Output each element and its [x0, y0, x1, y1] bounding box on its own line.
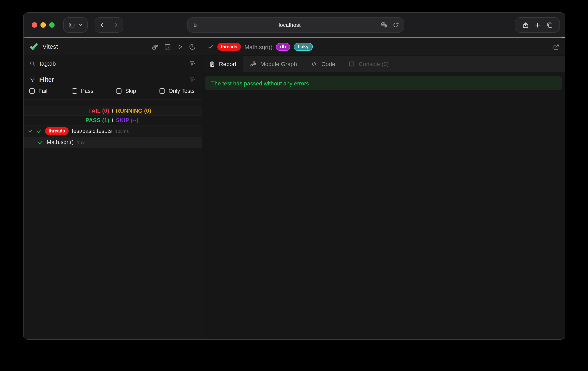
sidebar: Vitest: [23, 38, 202, 339]
url-text: localhost: [279, 22, 301, 28]
navigation-buttons: [95, 17, 123, 33]
test-summary: FAIL (0) / RUNNING (0) PASS (1) / SKIP (…: [23, 106, 202, 125]
forward-button[interactable]: [109, 22, 123, 28]
summary-running: RUNNING (0): [116, 108, 202, 114]
clear-search-filter-icon[interactable]: [189, 60, 196, 67]
tag-badge-db: db: [276, 43, 290, 51]
pool-badge: threads: [45, 127, 69, 135]
tree-row-test-file[interactable]: threads test/basic.test.ts 103ms: [23, 125, 202, 137]
checkbox-only-tests-box[interactable]: [159, 88, 165, 94]
sidebar-actions: [152, 43, 196, 50]
pool-badge: threads: [217, 43, 241, 50]
translate-icon[interactable]: [381, 21, 388, 29]
address-bar[interactable]: localhost: [187, 17, 404, 33]
run-all-icon[interactable]: [177, 43, 183, 50]
sidebar-toggle-button[interactable]: [63, 17, 88, 33]
filter-icon: [29, 77, 36, 83]
tab-overview-icon[interactable]: [546, 22, 553, 28]
back-button[interactable]: [95, 22, 109, 28]
test-case-duration: 1ms: [77, 140, 86, 145]
tab-code[interactable]: Code: [304, 56, 342, 72]
chevron-down-icon[interactable]: [28, 129, 33, 133]
test-tree: threads test/basic.test.ts 103ms Math.sq…: [23, 125, 202, 339]
summary-separator: /: [109, 117, 116, 123]
zoom-window-button[interactable]: [49, 22, 54, 28]
pass-check-icon: [38, 139, 43, 145]
report-content-area: [202, 90, 565, 339]
checkbox-only-tests[interactable]: Only Tests: [159, 88, 196, 94]
checkbox-pass[interactable]: Pass: [72, 88, 116, 94]
sidebar-toggle-icon: [68, 21, 75, 29]
dashboard-icon[interactable]: [164, 43, 171, 50]
clear-filter-icon[interactable]: [189, 76, 196, 83]
app-title: Vitest: [42, 43, 58, 50]
summary-pass: PASS (1): [23, 117, 109, 123]
titlebar-right-buttons: [515, 17, 560, 33]
new-tab-icon[interactable]: [534, 22, 541, 28]
tag-badge-flaky: flaky: [294, 43, 313, 51]
search-row: [23, 55, 202, 72]
test-detail-title: Math.sqrt(): [245, 43, 273, 50]
browser-window: localhost: [23, 12, 565, 340]
vitest-ui: Vitest: [23, 38, 565, 339]
close-window-button[interactable]: [32, 22, 37, 28]
filter-checkboxes: Fail Pass Skip Only Tests: [29, 88, 196, 94]
summary-row-fail-running: FAIL (0) / RUNNING (0): [23, 106, 202, 116]
tab-console[interactable]: Console (0): [342, 56, 395, 72]
open-external-icon[interactable]: [553, 43, 559, 50]
filter-block: Filter Fail: [23, 72, 202, 100]
detail-tabs: Report Module Graph Code: [202, 55, 565, 72]
report-icon: [209, 60, 215, 67]
traffic-lights: [32, 22, 54, 28]
test-file-name: test/basic.test.ts: [72, 128, 112, 134]
summary-separator: /: [109, 108, 116, 114]
summary-skip: SKIP (--): [116, 117, 202, 123]
checkbox-skip-box[interactable]: [116, 88, 122, 94]
filter-title: Filter: [39, 76, 54, 83]
minimize-window-button[interactable]: [41, 22, 46, 28]
reader-icon[interactable]: [193, 22, 199, 28]
checkbox-fail-box[interactable]: [29, 88, 35, 94]
pass-check-icon: [207, 44, 214, 50]
test-case-name: Math.sqrt(): [47, 139, 74, 145]
test-detail-header: threads Math.sqrt() db flaky: [202, 38, 565, 55]
main-panel: threads Math.sqrt() db flaky: [202, 38, 565, 339]
test-file-duration: 103ms: [115, 129, 129, 133]
filter-header: Filter: [29, 76, 196, 83]
checkbox-fail[interactable]: Fail: [29, 88, 72, 94]
browser-titlebar: localhost: [23, 13, 565, 37]
dark-mode-icon[interactable]: [189, 43, 196, 50]
pass-banner-text: The test has passed without any errors: [211, 80, 309, 86]
tab-module-graph[interactable]: Module Graph: [243, 56, 304, 72]
screen: localhost: [0, 0, 588, 371]
checkbox-pass-box[interactable]: [72, 88, 77, 94]
share-icon[interactable]: [522, 22, 529, 28]
pass-check-icon: [36, 128, 42, 134]
console-icon: [348, 60, 355, 67]
tree-row-test-case[interactable]: Math.sqrt() 1ms: [23, 137, 202, 148]
search-input[interactable]: [40, 60, 185, 67]
collapse-panels-icon[interactable]: [152, 43, 159, 50]
search-icon: [29, 60, 36, 67]
chevron-down-icon: [78, 23, 83, 27]
tab-report[interactable]: Report: [202, 56, 243, 72]
vitest-logo-icon: [29, 42, 38, 51]
checkbox-skip[interactable]: Skip: [116, 88, 159, 94]
sidebar-header: Vitest: [23, 38, 202, 55]
pass-banner: The test has passed without any errors: [205, 76, 562, 90]
module-graph-icon: [250, 60, 257, 67]
summary-row-pass-skip: PASS (1) / SKIP (--): [23, 116, 202, 125]
address-bar-actions: [381, 21, 399, 29]
summary-fail: FAIL (0): [23, 108, 109, 114]
reload-icon[interactable]: [393, 22, 399, 28]
code-icon: [310, 60, 318, 68]
